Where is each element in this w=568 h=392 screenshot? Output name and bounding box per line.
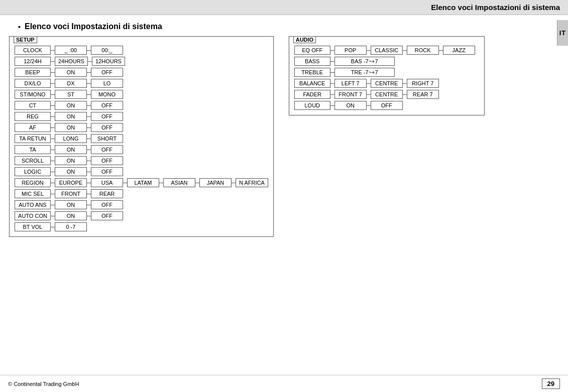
hour-row: 12/24H 24HOURS 12HOURS	[15, 57, 268, 66]
autocon-label: AUTO CON	[15, 211, 51, 220]
audio-section: AUDIO EQ OFF POP CLASSIC ROCK JAZZ BASS …	[289, 36, 485, 115]
treble-val: TRE -7~+7	[334, 68, 395, 77]
audio-label: AUDIO	[293, 36, 316, 43]
treble-label: TREBLE	[294, 68, 330, 77]
af-val2: OFF	[91, 123, 123, 132]
region-usa: USA	[91, 178, 123, 187]
logic-label: LOGIC	[15, 167, 51, 176]
region-label: REGION	[15, 178, 51, 187]
balance-right: RIGHT 7	[407, 79, 439, 88]
it-tab: IT	[557, 20, 568, 46]
ta-val1: ON	[55, 145, 87, 154]
beep-row: BEEP ON OFF	[15, 68, 268, 77]
dxlo-val1: DX	[55, 79, 87, 88]
loud-row: LOUD ON OFF	[294, 101, 479, 110]
eq-pop: POP	[334, 46, 367, 55]
dxlo-row: DX/LO DX LO	[15, 79, 268, 88]
autoans-off: OFF	[91, 200, 123, 209]
scroll-row: SCROLL ON OFF	[15, 156, 268, 165]
ct-label: CT	[15, 101, 51, 110]
clock-row: CLOCK _ :00 00:_	[15, 46, 268, 55]
stmono-val2: MONO	[91, 90, 123, 99]
beep-label: BEEP	[15, 68, 51, 77]
btvol-val: 0 -7	[55, 222, 87, 231]
logic-val2: OFF	[91, 167, 123, 176]
taretun-label: TA RETUN	[15, 134, 51, 143]
scroll-label: SCROLL	[15, 156, 51, 165]
bass-label: BASS	[294, 57, 330, 66]
region-japan: JAPAN	[199, 178, 232, 187]
ta-label: TA	[15, 145, 51, 154]
fader-row: FADER FRONT 7 CENTRE REAR 7	[294, 90, 479, 99]
page-footer: © Continental Trading GmbH 29	[0, 375, 568, 392]
hour-label: 12/24H	[15, 57, 51, 66]
af-val1: ON	[55, 123, 87, 132]
region-nafrica: N AFRICA	[236, 178, 268, 187]
ct-row: CT ON OFF	[15, 101, 268, 110]
logic-row: LOGIC ON OFF	[15, 167, 268, 176]
reg-row: REG ON OFF	[15, 112, 268, 121]
clock-label: CLOCK	[15, 46, 51, 55]
scroll-val1: ON	[55, 156, 87, 165]
af-row: AF ON OFF	[15, 123, 268, 132]
setup-label: SETUP	[14, 36, 37, 43]
fader-front: FRONT 7	[334, 90, 367, 99]
reg-val2: OFF	[91, 112, 123, 121]
ct-val1: ON	[55, 101, 87, 110]
stmono-val1: ST	[55, 90, 87, 99]
eq-classic: CLASSIC	[371, 46, 403, 55]
scroll-val2: OFF	[91, 156, 123, 165]
beep-val1: ON	[55, 68, 87, 77]
region-row: REGION EUROPE USA LATAM ASIAN JAPAN N AF…	[15, 178, 268, 187]
taretun-row: TA RETUN LONG SHORT	[15, 134, 268, 143]
loud-on: ON	[334, 101, 367, 110]
btvol-row: BT VOL 0 -7	[15, 222, 268, 231]
reg-val1: ON	[55, 112, 87, 121]
ct-val2: OFF	[91, 101, 123, 110]
region-latam: LATAM	[127, 178, 159, 187]
micsel-row: MIC SEL FRONT REAR	[15, 189, 268, 198]
treble-row: TREBLE TRE -7~+7	[294, 68, 479, 77]
ta-val2: OFF	[91, 145, 123, 154]
fader-centre: CENTRE	[371, 90, 403, 99]
micsel-label: MIC SEL	[15, 189, 51, 198]
hour-val2: 12HOURS	[92, 57, 125, 66]
taretun-val2: SHORT	[91, 134, 123, 143]
region-europe: EUROPE	[55, 178, 87, 187]
eq-jazz: JAZZ	[443, 46, 475, 55]
loud-off: OFF	[371, 101, 403, 110]
micsel-front: FRONT	[55, 189, 87, 198]
copyright: © Continental Trading GmbH	[8, 381, 79, 387]
autoans-label: AUTO ANS	[15, 200, 51, 209]
region-asian: ASIAN	[163, 178, 195, 187]
fader-rear: REAR 7	[407, 90, 439, 99]
balance-row: BALANCE LEFT 7 CENTRE RIGHT 7	[294, 79, 479, 88]
setup-section: SETUP CLOCK _ :00 00:_ 12/24H 24HOURS 12…	[9, 36, 274, 237]
clock-val2: 00:_	[91, 46, 123, 55]
stmono-label: ST/MONO	[15, 90, 51, 99]
main-title: Elenco voci Impostazioni di sistema	[0, 15, 568, 36]
micsel-rear: REAR	[91, 189, 123, 198]
autoans-on: ON	[55, 200, 87, 209]
autocon-on: ON	[55, 211, 87, 220]
balance-centre: CENTRE	[371, 79, 403, 88]
balance-label: BALANCE	[294, 79, 330, 88]
eq-rock: ROCK	[407, 46, 439, 55]
bass-val: BAS -7~+7	[334, 57, 395, 66]
clock-val1: _ :00	[55, 46, 87, 55]
beep-val2: OFF	[91, 68, 123, 77]
page-number: 29	[542, 378, 560, 389]
hour-val1: 24HOURS	[55, 57, 88, 66]
page-header: Elenco voci Impostazioni di sistema	[0, 0, 568, 15]
loud-label: LOUD	[294, 101, 330, 110]
ta-row: TA ON OFF	[15, 145, 268, 154]
stmono-row: ST/MONO ST MONO	[15, 90, 268, 99]
autocon-row: AUTO CON ON OFF	[15, 211, 268, 220]
fader-label: FADER	[294, 90, 330, 99]
header-title: Elenco voci Impostazioni di sistema	[431, 3, 560, 12]
logic-val1: ON	[55, 167, 87, 176]
bass-row: BASS BAS -7~+7	[294, 57, 479, 66]
dxlo-label: DX/LO	[15, 79, 51, 88]
balance-left: LEFT 7	[334, 79, 367, 88]
af-label: AF	[15, 123, 51, 132]
